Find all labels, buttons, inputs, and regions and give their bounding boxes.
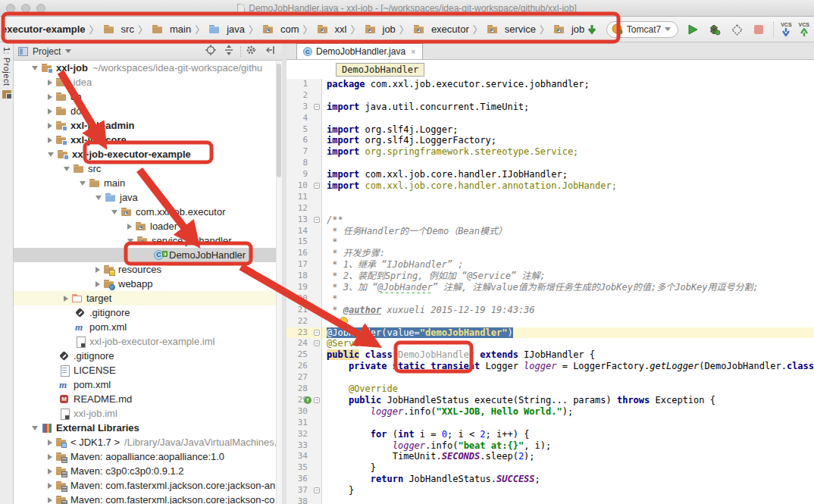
tree-row[interactable]: db (14, 89, 282, 104)
tree-scrollbar[interactable] (276, 61, 282, 504)
tree-row[interactable]: xxl-job~/workspaces/idea-git-workspace/g… (14, 61, 282, 75)
tree-expand-arrow[interactable] (48, 137, 52, 143)
breadcrumb-item-job[interactable]: job (365, 23, 396, 36)
tree-expand-arrow[interactable] (64, 296, 68, 302)
tree-row[interactable]: Maven: aopalliance:aopalliance:1.0 (14, 449, 282, 464)
tree-collapse-arrow[interactable] (48, 152, 54, 157)
close-window-icon[interactable] (6, 4, 15, 13)
run-configuration-select[interactable]: Tomcat7 (606, 21, 678, 38)
tree-row[interactable]: loader (14, 219, 282, 233)
tree-collapse-arrow[interactable] (127, 239, 133, 243)
tree-row[interactable]: doc (14, 104, 282, 118)
fold-marker-icon[interactable]: − (314, 340, 320, 346)
code-editor[interactable]: DemoJobHandler 1package com.xxl.job.exec… (286, 60, 814, 504)
tree-collapse-arrow[interactable] (95, 196, 102, 200)
locate-icon[interactable] (204, 45, 218, 58)
breadcrumb-item-main[interactable]: main (152, 23, 191, 36)
zoom-window-icon[interactable] (36, 4, 45, 13)
tree-row[interactable]: java (14, 190, 282, 205)
tree-row[interactable]: Maven: com.fasterxml.jackson.core:jackso… (14, 493, 282, 504)
fold-marker-icon[interactable]: − (314, 104, 320, 110)
tree-collapse-arrow[interactable] (64, 167, 70, 171)
tree-row[interactable]: webapp (14, 277, 282, 291)
breadcrumb-item-service[interactable]: service (487, 23, 536, 36)
tree-expand-arrow[interactable] (95, 267, 100, 273)
minimize-window-icon[interactable] (21, 4, 30, 13)
vcs-update-button[interactable]: VCS (781, 22, 791, 36)
chevron-down-icon[interactable] (65, 49, 71, 54)
tree-collapse-arrow[interactable] (111, 210, 117, 214)
breadcrumb-item-xxl[interactable]: xxl (317, 23, 347, 36)
fold-marker-icon[interactable]: − (314, 183, 320, 189)
override-method-icon[interactable]: ↑ (304, 396, 312, 404)
tree-row[interactable]: xxl-job-core (14, 133, 282, 147)
tree-row[interactable]: target (14, 291, 282, 305)
tree-row[interactable]: < JDK1.7 >/Library/Java/JavaVirtualMachi… (14, 435, 282, 449)
coverage-button[interactable] (729, 22, 744, 37)
breadcrumb-item-java[interactable]: java (208, 23, 245, 36)
tree-row[interactable]: com.xxl.job.executor (14, 205, 282, 219)
tree-row[interactable]: pom.xml (14, 320, 282, 334)
tree-expand-arrow[interactable] (48, 108, 52, 114)
tree-expand-arrow[interactable] (127, 224, 132, 230)
fold-marker-icon[interactable]: − (314, 487, 320, 493)
breadcrumb-item-src[interactable]: src (103, 23, 134, 36)
run-button[interactable] (685, 22, 700, 37)
breadcrumb[interactable]: executor-example〉src〉main〉java〉com〉xxl〉j… (0, 22, 584, 36)
fold-marker-icon[interactable]: − (314, 217, 320, 223)
tree-row[interactable]: CDemoJobHandler (14, 248, 282, 262)
tree-row[interactable]: .gitignore (14, 305, 282, 320)
breadcrumb-item-jobhandler[interactable]: jobhandler (553, 23, 584, 36)
tree-row[interactable]: resources (14, 262, 282, 277)
tree-collapse-arrow[interactable] (32, 66, 38, 70)
debug-button[interactable] (707, 22, 722, 37)
tree-row[interactable]: xxl-job.iml (14, 406, 282, 421)
tree-row[interactable]: .gitignore (14, 349, 282, 363)
tree-collapse-arrow[interactable] (32, 426, 38, 430)
tree-row[interactable]: Maven: com.fasterxml.jackson.core:jackso… (14, 478, 282, 493)
project-tree[interactable]: xxl-job~/workspaces/idea-git-workspace/g… (14, 61, 282, 504)
traffic-lights[interactable] (6, 4, 45, 13)
green-down-arrow-icon[interactable] (584, 22, 600, 37)
tree-row[interactable]: LICENSE (14, 363, 282, 377)
collapse-all-icon[interactable] (222, 45, 236, 58)
hide-panel-icon[interactable] (264, 45, 277, 58)
tree-row[interactable]: main (14, 176, 282, 190)
tree-expand-arrow[interactable] (48, 454, 52, 460)
tree-expand-arrow[interactable] (95, 281, 100, 287)
tree-row[interactable]: xxl-job-executor-example.iml (14, 334, 282, 349)
tree-collapse-arrow[interactable] (80, 181, 86, 186)
tree-row[interactable]: README.md (14, 392, 282, 406)
tree-expand-arrow[interactable] (48, 468, 52, 474)
fold-marker-icon[interactable]: − (314, 397, 320, 403)
vcs-commit-button[interactable]: VCS (799, 22, 809, 36)
maven-file-icon (58, 379, 70, 391)
tree-row[interactable]: .idea (14, 75, 282, 89)
folder-icon (73, 163, 85, 175)
tree-expand-arrow[interactable] (48, 123, 52, 129)
tree-expand-arrow[interactable] (48, 80, 52, 86)
stop-button[interactable] (751, 22, 766, 37)
breadcrumb-item-executor-example[interactable]: executor-example (2, 23, 86, 35)
tree-row[interactable]: xxl-job-executor-example (14, 147, 282, 161)
tree-expand-arrow[interactable] (48, 94, 52, 100)
settings-gear-icon[interactable] (246, 45, 259, 58)
tree-expand-arrow[interactable] (48, 497, 52, 503)
tree-row[interactable]: Maven: c3p0:c3p0:0.9.1.2 (14, 464, 282, 478)
tree-row[interactable]: service.jobhandler (14, 233, 282, 248)
breadcrumb-item-com[interactable]: com (262, 23, 299, 36)
intention-bulb-icon[interactable] (340, 317, 348, 325)
tree-row[interactable]: pom.xml (14, 377, 282, 392)
tab-demojobhandler[interactable]: C DemoJobHandler.java × (296, 43, 423, 59)
tree-row[interactable]: xxl-job-admin (14, 118, 282, 133)
tree-expand-arrow[interactable] (48, 440, 52, 446)
breadcrumb-item-executor[interactable]: executor (413, 23, 469, 36)
close-tab-icon[interactable]: × (411, 47, 415, 56)
tree-row[interactable]: src (14, 161, 282, 176)
fold-marker-icon[interactable]: − (314, 330, 320, 336)
tree-row[interactable]: External Libraries (14, 421, 282, 435)
project-tool-button[interactable]: 1: Project (2, 47, 11, 86)
package-icon (365, 23, 377, 36)
tree-expand-arrow[interactable] (48, 483, 52, 489)
tree-item-label: Maven: com.fasterxml.jackson.core:jackso… (70, 480, 275, 491)
